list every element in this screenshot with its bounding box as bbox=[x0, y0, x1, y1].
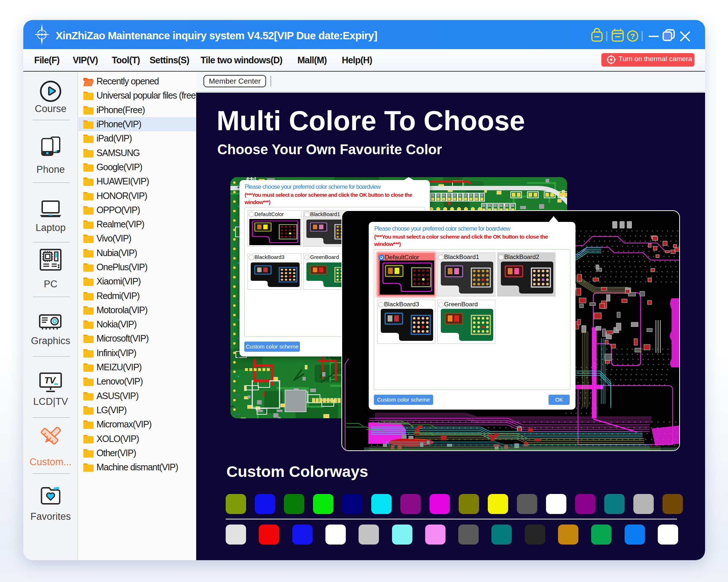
svg-text:?: ? bbox=[630, 32, 635, 40]
